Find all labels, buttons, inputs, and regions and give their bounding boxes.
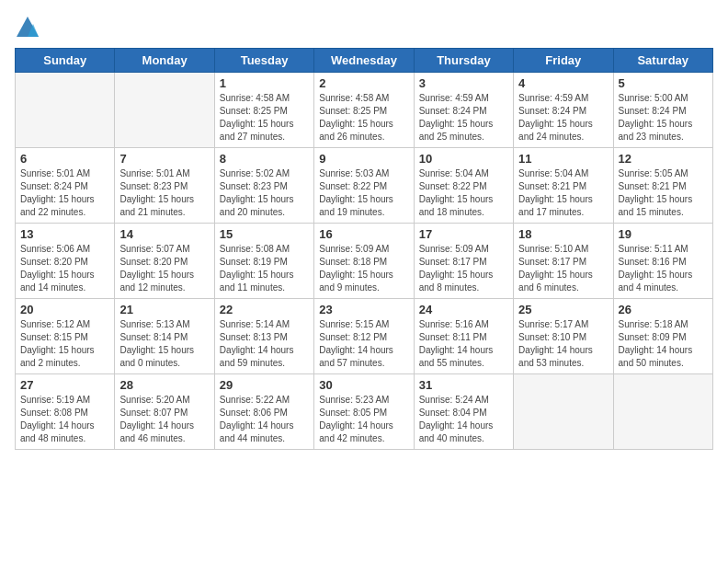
weekday-header: Friday: [514, 49, 613, 73]
day-number: 20: [20, 303, 109, 316]
weekday-header: Tuesday: [214, 49, 313, 73]
day-info: Sunrise: 5:15 AMSunset: 8:12 PMDaylight:…: [319, 318, 408, 370]
weekday-header: Wednesday: [314, 49, 414, 73]
calendar-cell: [115, 73, 214, 148]
calendar-cell: 24Sunrise: 5:16 AMSunset: 8:11 PMDayligh…: [414, 299, 513, 374]
day-number: 6: [20, 152, 109, 166]
day-info: Sunrise: 5:24 AMSunset: 8:04 PMDaylight:…: [419, 394, 508, 445]
calendar-cell: 2Sunrise: 4:58 AMSunset: 8:25 PMDaylight…: [314, 73, 414, 148]
day-info: Sunrise: 5:17 AMSunset: 8:10 PMDaylight:…: [518, 318, 608, 370]
day-info: Sunrise: 5:01 AMSunset: 8:23 PMDaylight:…: [119, 167, 209, 219]
calendar-cell: 23Sunrise: 5:15 AMSunset: 8:12 PMDayligh…: [314, 299, 414, 374]
calendar-cell: 25Sunrise: 5:17 AMSunset: 8:10 PMDayligh…: [514, 299, 613, 374]
calendar-cell: 8Sunrise: 5:02 AMSunset: 8:23 PMDaylight…: [214, 148, 313, 224]
day-number: 26: [619, 303, 708, 316]
day-number: 27: [20, 378, 109, 392]
day-info: Sunrise: 5:13 AMSunset: 8:14 PMDaylight:…: [119, 318, 209, 370]
day-info: Sunrise: 5:01 AMSunset: 8:24 PMDaylight:…: [20, 167, 109, 219]
day-info: Sunrise: 5:23 AMSunset: 8:05 PMDaylight:…: [319, 394, 408, 445]
day-info: Sunrise: 5:03 AMSunset: 8:22 PMDaylight:…: [319, 167, 408, 219]
day-info: Sunrise: 4:59 AMSunset: 8:24 PMDaylight:…: [518, 92, 608, 144]
day-info: Sunrise: 5:10 AMSunset: 8:17 PMDaylight:…: [518, 243, 608, 294]
weekday-header: Saturday: [613, 49, 712, 73]
day-info: Sunrise: 4:59 AMSunset: 8:24 PMDaylight:…: [419, 92, 508, 144]
day-info: Sunrise: 5:02 AMSunset: 8:23 PMDaylight:…: [220, 167, 309, 219]
calendar-cell: 4Sunrise: 4:59 AMSunset: 8:24 PMDaylight…: [514, 73, 613, 148]
day-info: Sunrise: 5:05 AMSunset: 8:21 PMDaylight:…: [619, 167, 708, 219]
day-number: 2: [319, 76, 408, 90]
day-number: 17: [419, 227, 508, 241]
day-info: Sunrise: 5:09 AMSunset: 8:18 PMDaylight:…: [319, 243, 408, 294]
calendar-week-row: 1Sunrise: 4:58 AMSunset: 8:25 PMDaylight…: [16, 73, 713, 148]
calendar-week-row: 6Sunrise: 5:01 AMSunset: 8:24 PMDaylight…: [16, 148, 713, 224]
day-info: Sunrise: 5:06 AMSunset: 8:20 PMDaylight:…: [20, 243, 109, 294]
day-info: Sunrise: 5:04 AMSunset: 8:21 PMDaylight:…: [518, 167, 608, 219]
calendar-cell: 9Sunrise: 5:03 AMSunset: 8:22 PMDaylight…: [314, 148, 414, 224]
calendar-table: SundayMondayTuesdayWednesdayThursdayFrid…: [15, 48, 713, 450]
calendar-cell: 1Sunrise: 4:58 AMSunset: 8:25 PMDaylight…: [214, 73, 313, 148]
day-info: Sunrise: 5:07 AMSunset: 8:20 PMDaylight:…: [119, 243, 209, 294]
calendar-week-row: 13Sunrise: 5:06 AMSunset: 8:20 PMDayligh…: [16, 224, 713, 299]
calendar-cell: 31Sunrise: 5:24 AMSunset: 8:04 PMDayligh…: [414, 374, 513, 450]
day-number: 1: [220, 76, 309, 90]
day-info: Sunrise: 5:00 AMSunset: 8:24 PMDaylight:…: [619, 92, 708, 144]
day-number: 13: [20, 227, 109, 241]
calendar-cell: 3Sunrise: 4:59 AMSunset: 8:24 PMDaylight…: [414, 73, 513, 148]
day-number: 23: [319, 303, 408, 316]
day-info: Sunrise: 5:04 AMSunset: 8:22 PMDaylight:…: [419, 167, 508, 219]
day-info: Sunrise: 4:58 AMSunset: 8:25 PMDaylight:…: [220, 92, 309, 144]
calendar-cell: 30Sunrise: 5:23 AMSunset: 8:05 PMDayligh…: [314, 374, 414, 450]
day-info: Sunrise: 5:18 AMSunset: 8:09 PMDaylight:…: [619, 318, 708, 370]
day-number: 4: [518, 76, 608, 90]
day-number: 21: [119, 303, 209, 316]
day-number: 15: [220, 227, 309, 241]
calendar-cell: 29Sunrise: 5:22 AMSunset: 8:06 PMDayligh…: [214, 374, 313, 450]
day-number: 25: [518, 303, 608, 316]
day-info: Sunrise: 5:08 AMSunset: 8:19 PMDaylight:…: [220, 243, 309, 294]
day-number: 31: [419, 378, 508, 392]
calendar-cell: 17Sunrise: 5:09 AMSunset: 8:17 PMDayligh…: [414, 224, 513, 299]
day-number: 22: [220, 303, 309, 316]
calendar-cell: 16Sunrise: 5:09 AMSunset: 8:18 PMDayligh…: [314, 224, 414, 299]
calendar-cell: [514, 374, 613, 450]
day-number: 29: [220, 378, 309, 392]
day-number: 18: [518, 227, 608, 241]
day-number: 14: [119, 227, 209, 241]
calendar-cell: 22Sunrise: 5:14 AMSunset: 8:13 PMDayligh…: [214, 299, 313, 374]
calendar-header-row: SundayMondayTuesdayWednesdayThursdayFrid…: [16, 49, 713, 73]
calendar-cell: [613, 374, 712, 450]
calendar-week-row: 20Sunrise: 5:12 AMSunset: 8:15 PMDayligh…: [16, 299, 713, 374]
calendar-cell: 6Sunrise: 5:01 AMSunset: 8:24 PMDaylight…: [16, 148, 115, 224]
day-number: 24: [419, 303, 508, 316]
day-info: Sunrise: 5:22 AMSunset: 8:06 PMDaylight:…: [220, 394, 309, 445]
calendar-cell: 5Sunrise: 5:00 AMSunset: 8:24 PMDaylight…: [613, 73, 712, 148]
calendar-cell: 11Sunrise: 5:04 AMSunset: 8:21 PMDayligh…: [514, 148, 613, 224]
day-info: Sunrise: 5:20 AMSunset: 8:07 PMDaylight:…: [119, 394, 209, 445]
calendar-cell: 21Sunrise: 5:13 AMSunset: 8:14 PMDayligh…: [115, 299, 214, 374]
day-number: 12: [619, 152, 708, 166]
calendar-cell: 19Sunrise: 5:11 AMSunset: 8:16 PMDayligh…: [613, 224, 712, 299]
logo-icon: [15, 15, 40, 40]
day-number: 7: [119, 152, 209, 166]
day-info: Sunrise: 5:09 AMSunset: 8:17 PMDaylight:…: [419, 243, 508, 294]
day-info: Sunrise: 5:14 AMSunset: 8:13 PMDaylight:…: [220, 318, 309, 370]
day-info: Sunrise: 5:11 AMSunset: 8:16 PMDaylight:…: [619, 243, 708, 294]
day-info: Sunrise: 4:58 AMSunset: 8:25 PMDaylight:…: [319, 92, 408, 144]
calendar-cell: 7Sunrise: 5:01 AMSunset: 8:23 PMDaylight…: [115, 148, 214, 224]
calendar-cell: 26Sunrise: 5:18 AMSunset: 8:09 PMDayligh…: [613, 299, 712, 374]
calendar-cell: 28Sunrise: 5:20 AMSunset: 8:07 PMDayligh…: [115, 374, 214, 450]
day-number: 16: [319, 227, 408, 241]
calendar-cell: [16, 73, 115, 148]
day-number: 3: [419, 76, 508, 90]
weekday-header: Sunday: [16, 49, 115, 73]
day-info: Sunrise: 5:12 AMSunset: 8:15 PMDaylight:…: [20, 318, 109, 370]
page-header: [15, 15, 713, 40]
weekday-header: Thursday: [414, 49, 513, 73]
calendar-cell: 20Sunrise: 5:12 AMSunset: 8:15 PMDayligh…: [16, 299, 115, 374]
calendar-cell: 15Sunrise: 5:08 AMSunset: 8:19 PMDayligh…: [214, 224, 313, 299]
calendar-cell: 18Sunrise: 5:10 AMSunset: 8:17 PMDayligh…: [514, 224, 613, 299]
day-number: 8: [220, 152, 309, 166]
day-number: 10: [419, 152, 508, 166]
day-info: Sunrise: 5:19 AMSunset: 8:08 PMDaylight:…: [20, 394, 109, 445]
day-number: 28: [119, 378, 209, 392]
